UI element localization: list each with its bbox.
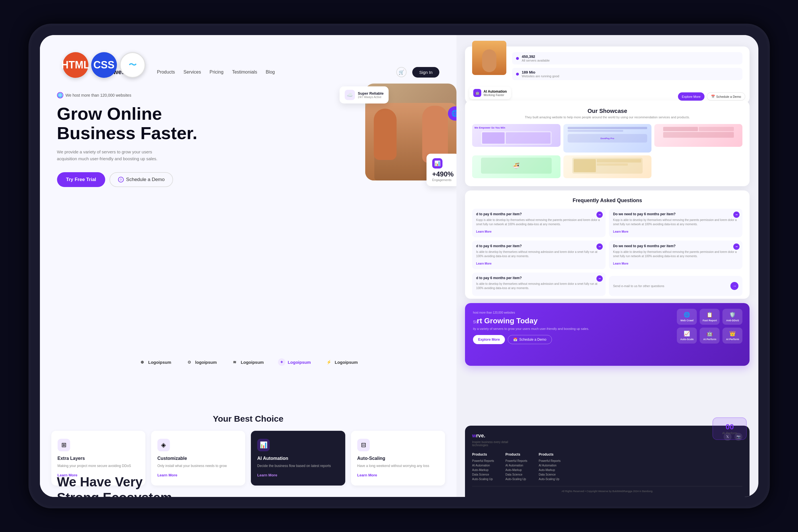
footer-top: wrve. Inspire business every detail tech… xyxy=(472,433,742,447)
css-icon: CSS xyxy=(91,52,117,78)
ai-perform-number: 00 xyxy=(719,422,740,431)
faq-item-5: − d to pay 6 months per item? Is able to… xyxy=(472,272,606,296)
faq-item-4: − Do we need to pay 6 months per item? K… xyxy=(609,241,742,269)
faq-item-2: − Do we need to pay 6 months per item? K… xyxy=(609,209,742,237)
customizable-icon: ◈ xyxy=(157,439,170,451)
extra-layers-icon: ⊞ xyxy=(58,439,70,451)
nav-services[interactable]: Services xyxy=(184,70,201,75)
sign-in-button[interactable]: Sign In xyxy=(412,67,439,78)
faq-toggle-1[interactable]: − xyxy=(596,212,603,218)
footer-link-1-2[interactable]: AI Automation xyxy=(472,464,494,467)
hero-section: 🌐 We host more than 120,000 websites Gro… xyxy=(57,92,286,187)
footer-link-1-4[interactable]: Data Science xyxy=(472,473,494,476)
ai-automation-badge: 🤖 AI Automation Working Faster xyxy=(469,87,511,99)
sg-feat-anti-ddos: 🛡️ Anti-DDoS xyxy=(722,309,742,325)
footer-link-3-3[interactable]: Auto-Markup xyxy=(539,469,561,472)
faq-toggle-2[interactable]: − xyxy=(733,212,740,218)
faq-email-send-button[interactable]: → xyxy=(730,282,738,290)
faq-toggle-5[interactable]: − xyxy=(596,276,603,282)
faq-learn-4[interactable]: Learn More xyxy=(613,262,628,265)
schedule-demo-button-right[interactable]: 📅 Schedule a Demo xyxy=(707,92,745,101)
ai-icon: 🤖 xyxy=(473,89,481,97)
footer-link-1-5[interactable]: Auto-Scaling Up xyxy=(472,478,494,481)
ai-perform-icon-1: 🤖 xyxy=(702,330,717,337)
hero-image-area: ☁️ Super Reliable 24/7 Always Active 🌐 xyxy=(348,83,456,192)
logo-item-5: ⚡ Logoipsum xyxy=(325,358,358,366)
logo-icon-5: ⚡ xyxy=(325,358,332,366)
stat-servers: 450,392 All servers available xyxy=(512,52,742,64)
nav-products[interactable]: Products xyxy=(157,70,175,75)
logo-icon-1: ⊕ xyxy=(138,358,146,366)
stats-area: 450,392 All servers available 189 Mio We… xyxy=(512,52,742,80)
ai-automation-icon: 📊 xyxy=(257,439,270,451)
feature-card-ai-automation: 📊 AI Automation Decide the business flow… xyxy=(251,431,345,486)
auto-scale-icon: 📈 xyxy=(679,330,695,337)
footer-link-3-1[interactable]: Powerful Reports xyxy=(539,459,561,462)
cart-icon[interactable]: 🛒 xyxy=(396,67,406,77)
footer-link-2-3[interactable]: Auto-Markup xyxy=(506,469,528,472)
logo-strip: ⊕ Logoipsum ⊙ logoipsum ≋ Logoipsum ✦ Lo… xyxy=(40,358,457,366)
logo-item-1: ⊕ Logoipsum xyxy=(138,358,171,366)
try-free-button[interactable]: Try Free Trial xyxy=(57,172,106,187)
showcase-thumb-2: DontPay Pro xyxy=(563,124,651,153)
footer-link-3-2[interactable]: AI Automation xyxy=(539,464,561,467)
footer-link-2-4[interactable]: Data Science xyxy=(506,473,528,476)
logo-item-4: ✦ Logoipsum xyxy=(278,358,311,366)
footer-columns: Products Powerful Reports AI Automation … xyxy=(472,453,742,482)
sg-feat-ai-perform-2: 👑 AI Perform xyxy=(722,328,742,344)
faq-toggle-4[interactable]: − xyxy=(733,244,740,250)
explore-more-button[interactable]: Explore More xyxy=(678,92,704,101)
tablet-frame: HTML CSS 〜 ✦ weserve. Products xyxy=(28,24,770,508)
nav-right: 🛒 Sign In xyxy=(396,67,439,78)
faq-title: Frequently Asked Questions xyxy=(472,197,742,204)
sg-explore-button[interactable]: Explore More xyxy=(473,335,505,344)
hero-buttons: Try Free Trial ⏱ Schedule a Demo xyxy=(57,172,286,187)
faq-learn-1[interactable]: Learn More xyxy=(476,230,492,233)
footer-link-3-5[interactable]: Auto-Scaling Up xyxy=(539,478,561,481)
nav-pricing[interactable]: Pricing xyxy=(210,70,224,75)
chart-icon: 📊 xyxy=(432,158,442,169)
faq-item-3: − d to pay 6 months per item? Is able to… xyxy=(472,241,606,269)
stat-dot-2 xyxy=(516,73,519,76)
right-action-buttons: Explore More 📅 Schedule a Demo xyxy=(678,92,745,101)
faq-item-1: − d to pay 6 months per item? Kopp is ab… xyxy=(472,209,606,237)
showcase-grid: We Empower So You Win DontPay Pro xyxy=(472,124,742,178)
schedule-demo-button[interactable]: ⏱ Schedule a Demo xyxy=(110,172,173,187)
nav-blog[interactable]: Blog xyxy=(266,70,275,75)
ecosystem-section: We Have Very Strong Ecosystem. xyxy=(57,474,176,497)
host-badge: 🌐 We host more than 120,000 websites xyxy=(57,92,286,98)
logo-item-3: ≋ Logoipsum xyxy=(231,358,264,366)
faq-email-row: Send e-mail to us for other questions → xyxy=(609,276,742,296)
footer-link-3-4[interactable]: Data Science xyxy=(539,473,561,476)
html-icon: HTML xyxy=(63,52,88,78)
footer-link-1-1[interactable]: Powerful Reports xyxy=(472,459,494,462)
footer-link-2-2[interactable]: AI Automation xyxy=(506,464,528,467)
super-reliable-card: ☁️ Super Reliable 24/7 Always Active xyxy=(340,87,388,103)
main-page: HTML CSS 〜 ✦ weserve. Products xyxy=(40,35,457,497)
footer-link-1-3[interactable]: Auto-Markup xyxy=(472,469,494,472)
person-photo-thumb xyxy=(472,41,506,75)
footer-tagline: Inspire business every detail technologi… xyxy=(472,440,515,447)
showcase-thumb-5 xyxy=(563,155,651,178)
calendar-icon: 📅 xyxy=(711,95,715,98)
stat-dot-1 xyxy=(516,57,519,60)
faq-toggle-3[interactable]: − xyxy=(596,244,603,250)
faq-learn-2[interactable]: Learn More xyxy=(613,230,628,233)
faq-learn-3[interactable]: Learn More xyxy=(476,262,492,265)
auto-scaling-learn-more[interactable]: Learn More xyxy=(357,473,377,477)
showcase-thumb-1: We Empower So You Win xyxy=(472,124,560,147)
showcase-section: Our Showcase They built amazing website … xyxy=(465,101,749,186)
ecosystem-title: We Have Very Strong Ecosystem. xyxy=(57,474,176,497)
footer-col-2: Products Powerful Reports AI Automation … xyxy=(506,453,528,482)
footer-bottom: All Rights Reserved • Copyright Weserve … xyxy=(472,486,742,493)
sg-demo-button[interactable]: 📅 Schedule a Demo xyxy=(508,335,552,344)
ai-perform-icon-2: 👑 xyxy=(725,330,740,337)
footer-link-2-1[interactable]: Powerful Reports xyxy=(506,459,528,462)
fast-report-icon: 📋 xyxy=(702,311,717,318)
footer-logo: wrve. xyxy=(472,433,515,439)
footer-link-2-5[interactable]: Auto-Scaling Up xyxy=(506,478,528,481)
schedule-icon: ⏱ xyxy=(118,177,124,183)
best-choice-title: Your Best Choice xyxy=(51,414,445,424)
ai-automation-learn-more[interactable]: Learn More xyxy=(257,473,277,477)
nav-testimonials[interactable]: Testimonials xyxy=(232,70,257,75)
